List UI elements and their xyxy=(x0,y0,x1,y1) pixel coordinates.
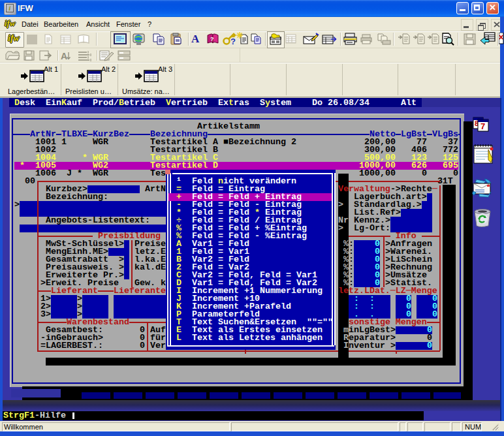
svg-text:7: 7 xyxy=(480,121,485,131)
svg-text:A: A xyxy=(61,51,67,61)
svg-text:?: ? xyxy=(230,37,236,46)
svg-text:?: ? xyxy=(210,36,214,42)
